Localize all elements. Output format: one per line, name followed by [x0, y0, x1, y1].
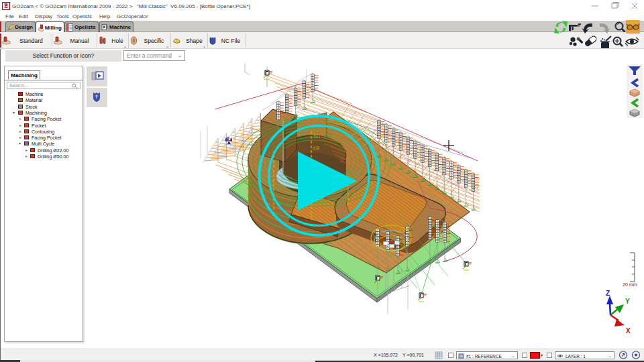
svg-text:50: 50 — [313, 133, 320, 139]
svg-text:22: 22 — [398, 227, 407, 235]
svg-text:49: 49 — [313, 145, 319, 152]
svg-text:Z: Z — [606, 290, 610, 297]
svg-text:20 mm: 20 mm — [623, 282, 637, 287]
svg-text:X: X — [626, 327, 631, 335]
svg-text:Y: Y — [625, 298, 630, 305]
